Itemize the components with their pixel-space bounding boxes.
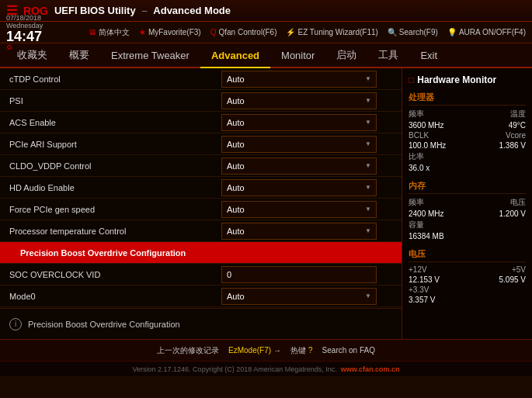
myfavorite-btn[interactable]: ★ MyFavorite(F3) [139, 28, 201, 36]
psi-value: Auto ▼ [221, 92, 392, 109]
mem-freq-label: 频率 [409, 197, 424, 208]
pcie-ari-val-text: Auto [227, 140, 245, 149]
content-area: cTDP Control Auto ▼ PSI Auto ▼ [0, 68, 402, 339]
hd-audio-value: Auto ▼ [221, 179, 392, 196]
tab-boot[interactable]: 启动 [325, 43, 367, 68]
v33-label: +3.3V [409, 286, 429, 294]
v5-value: 5.095 V [499, 275, 526, 284]
row-hd-audio: HD Audio Enable Auto ▼ [0, 177, 402, 199]
soc-vid-value [221, 266, 392, 283]
precision-boost-label: Precision Boost Overdrive Configuration [20, 248, 392, 258]
precision-boost-section[interactable]: ▶ Precision Boost Overdrive Configuratio… [0, 242, 402, 264]
v12-v5-label-row: +12V +5V [409, 265, 526, 274]
proc-temp-label: Processor temperature Control [9, 227, 221, 236]
cpu-temp-value: 49°C [509, 121, 526, 130]
proc-temp-val-text: Auto [227, 227, 245, 236]
chevron-down-icon: ▼ [365, 184, 371, 191]
proc-temp-dropdown[interactable]: Auto ▼ [221, 223, 377, 240]
mem-cap-label: 容量 [409, 220, 424, 230]
chevron-down-icon: ▼ [365, 292, 371, 299]
vcore-label: Vcore [506, 131, 526, 140]
hotkey-label: 热键 [290, 345, 306, 356]
header-sep: – [142, 5, 148, 16]
cldo-dropdown[interactable]: Auto ▼ [221, 157, 377, 175]
tab-exit[interactable]: Exit [409, 43, 448, 68]
language-btn[interactable]: 🖥 简体中文 [89, 27, 130, 38]
chevron-down-icon: ▼ [365, 162, 371, 169]
mem-cap-val-row: 16384 MB [409, 232, 526, 241]
cpu-freq-value: 3600 MHz [409, 121, 444, 130]
cpu-freq-label: 频率 [409, 109, 424, 119]
hotkey-btn[interactable]: 热键 ? [290, 345, 313, 356]
monitor-icon: □ [409, 74, 414, 85]
bclk-vcore-label-row: BCLK Vcore [409, 131, 526, 140]
weekday: Wednesday [6, 22, 43, 29]
last-change-btn[interactable]: 上一次的修改记录 [157, 345, 219, 356]
force-pcie-value: Auto ▼ [221, 201, 392, 218]
psi-val-text: Auto [227, 96, 245, 106]
pcie-ari-dropdown[interactable]: Auto ▼ [221, 136, 377, 153]
hd-audio-label: HD Audio Enable [9, 183, 221, 192]
ratio-val-row: 36.0 x [409, 164, 526, 172]
force-pcie-dropdown[interactable]: Auto ▼ [221, 201, 377, 218]
tab-favorites[interactable]: 收藏夹 [6, 43, 58, 68]
tab-summary[interactable]: 概要 [58, 43, 100, 68]
date-num: 07/18/2018 [6, 14, 41, 22]
ctdp-val-text: Auto [227, 74, 245, 84]
ctdp-dropdown[interactable]: Auto ▼ [221, 71, 377, 88]
acs-dropdown[interactable]: Auto ▼ [221, 114, 377, 131]
search-faq-btn[interactable]: Search on FAQ [322, 345, 375, 356]
main-layout: cTDP Control Auto ▼ PSI Auto ▼ [0, 68, 532, 339]
psi-dropdown[interactable]: Auto ▼ [221, 92, 377, 109]
tab-exit-label: Exit [420, 50, 437, 61]
tab-advanced-label: Advanced [211, 50, 259, 61]
tab-favorites-label: 收藏夹 [17, 48, 47, 62]
v5-label: +5V [512, 265, 526, 274]
search-btn[interactable]: 🔍 Search(F9) [388, 28, 438, 36]
v12-value: 12.153 V [409, 275, 440, 284]
v33-val-row: 3.357 V [409, 296, 526, 304]
language-icon: 🖥 [89, 28, 96, 36]
tab-monitor[interactable]: Monitor [270, 43, 325, 68]
search-faq-label: Search on FAQ [322, 346, 375, 355]
aura-icon: 💡 [447, 28, 457, 36]
voltage-section: 电压 +12V +5V 12.153 V 5.095 V +3.3V 3.357… [409, 248, 526, 304]
row-mode0: Mode0 Auto ▼ [0, 286, 402, 307]
tab-extreme-tweaker[interactable]: Extreme Tweaker [100, 43, 200, 68]
tab-tools[interactable]: 工具 [367, 43, 409, 68]
row-acs: ACS Enable Auto ▼ [0, 112, 402, 133]
aura-btn[interactable]: 💡 AURA ON/OFF(F4) [447, 28, 526, 36]
tab-advanced[interactable]: Advanced [200, 43, 270, 68]
ezmode-key: EzMode(F7) [228, 346, 271, 355]
mode0-val-text: Auto [227, 292, 245, 301]
memory-section: 内存 频率 电压 2400 MHz 1.200 V 容量 16384 MB [409, 180, 526, 241]
hd-audio-dropdown[interactable]: Auto ▼ [221, 179, 377, 196]
ezmode-btn[interactable]: EzMode(F7) → [228, 345, 281, 356]
mem-cap-value: 16384 MB [409, 232, 444, 241]
footer-brand: www.cfan.com.cn [341, 365, 400, 373]
ratio-label-row: 比率 [409, 151, 526, 162]
soc-vid-input[interactable] [221, 266, 377, 283]
chevron-down-icon: ▼ [365, 227, 371, 234]
force-pcie-label: Force PCIe gen speed [9, 205, 221, 214]
mem-freq-value: 2400 MHz [409, 209, 444, 218]
star-icon: ★ [139, 28, 146, 36]
hw-monitor-title: □ Hardware Monitor [409, 74, 526, 85]
footer-text: Version 2.17.1246. Copyright (C) 2018 Am… [133, 365, 337, 373]
cpu-section-title: 处理器 [409, 92, 526, 106]
info-icon: i [9, 318, 22, 331]
tab-boot-label: 启动 [336, 48, 356, 62]
mem-volt-value: 1.200 V [499, 209, 526, 218]
hd-audio-val-text: Auto [227, 183, 245, 192]
ctdp-value: Auto ▼ [221, 71, 392, 88]
tab-summary-label: 概要 [69, 48, 89, 62]
language-label: 简体中文 [99, 27, 130, 38]
hw-monitor-label: Hardware Monitor [417, 74, 496, 85]
ez-tuning-btn[interactable]: ⚡ EZ Tuning Wizard(F11) [286, 28, 377, 36]
last-change-label: 上一次的修改记录 [157, 345, 219, 356]
mode0-dropdown[interactable]: Auto ▼ [221, 288, 377, 305]
row-force-pcie: Force PCIe gen speed Auto ▼ [0, 199, 402, 220]
search-label: Search(F9) [399, 28, 438, 36]
chevron-down-icon: ▼ [365, 75, 371, 82]
qfan-btn[interactable]: Q Qfan Control(F6) [210, 28, 277, 36]
